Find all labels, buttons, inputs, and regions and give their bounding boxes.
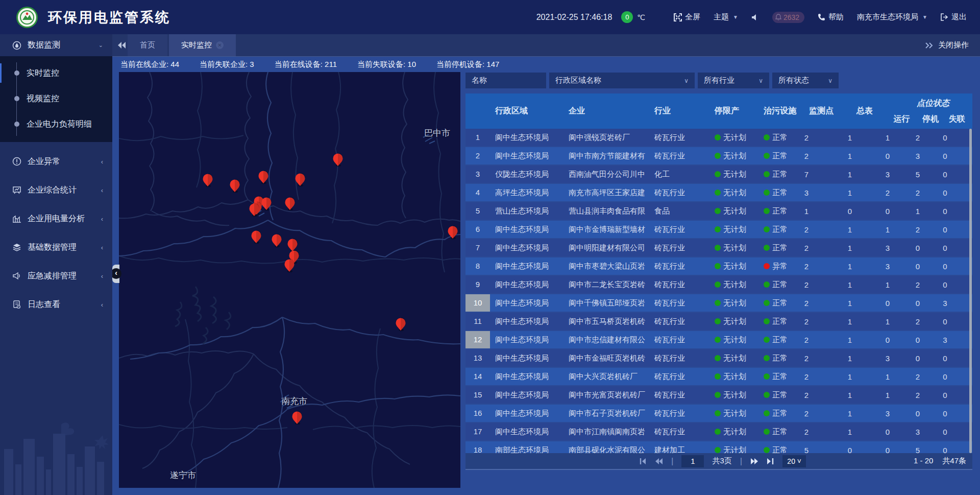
table-row[interactable]: 12阆中生态环境局阆中市忠信建材有限公砖瓦行业无计划正常21003 <box>465 331 972 348</box>
sidebar-item-4[interactable]: 基础数据管理‹ <box>0 233 112 262</box>
map-pin-icon[interactable] <box>250 229 263 244</box>
sidebar-item-6[interactable]: 日志查看‹ <box>0 290 112 319</box>
table-row[interactable]: 14阆中生态环境局阆中大兴页岩机砖厂砖瓦行业无计划正常21120 <box>465 368 972 385</box>
sound-toggle[interactable] <box>751 14 759 21</box>
sidebar-subitem-2[interactable]: 企业电力负荷明细 <box>0 111 112 137</box>
prev-page-button[interactable] <box>655 458 663 465</box>
point-status-group-header: 点位状态 <box>887 98 969 114</box>
sidebar-item-2[interactable]: 企业综合统计‹ <box>0 176 112 204</box>
table-row[interactable]: 7阆中生态环境局阆中明阳建材有限公司砖瓦行业无计划正常21300 <box>465 239 972 256</box>
map-pin-icon[interactable] <box>446 224 459 240</box>
temperature-badge: 0 <box>621 11 633 23</box>
help-button[interactable]: 帮助 <box>818 12 844 22</box>
map-city-label: 遂宁市 <box>170 469 196 481</box>
app-logo-icon <box>16 7 38 28</box>
table-row[interactable]: 16阆中生态环境局阆中市石子页岩机砖厂砖瓦行业无计划正常21300 <box>465 405 972 422</box>
double-right-arrow-icon <box>925 42 933 49</box>
table-row[interactable]: 4高坪生态环境局南充市高坪区王家店建砖瓦行业无计划正常31220 <box>465 184 972 201</box>
map-pin-icon[interactable] <box>257 169 270 184</box>
sidebar-item-1[interactable]: 企业异常‹ <box>0 147 112 176</box>
table-row[interactable]: 1阆中生态环境局阆中强锐页岩砖厂砖瓦行业无计划正常21120 <box>465 129 972 146</box>
app-title: 环保用电监管系统 <box>48 8 170 27</box>
map-pin-icon[interactable] <box>270 232 283 248</box>
fullscreen-button[interactable]: 全屏 <box>674 12 700 22</box>
table-row[interactable]: 13阆中生态环境局阆中市金福旺页岩机砖砖瓦行业无计划正常21300 <box>465 349 972 367</box>
logout-icon <box>941 13 948 21</box>
tab-realtime[interactable]: 实时监控✕ <box>169 34 236 56</box>
message-count-badge[interactable]: 2632 <box>772 12 804 23</box>
table-row[interactable]: 10阆中生态环境局阆中千佛镇五郎垭页岩砖瓦行业无计划正常21003 <box>465 294 972 312</box>
close-operations[interactable]: 关闭操作 <box>925 40 969 50</box>
table-row[interactable]: 17阆中生态环境局阆中市江南镇阆南页岩砖瓦行业无计划正常21030 <box>465 423 972 440</box>
table-body: 1阆中生态环境局阆中强锐页岩砖厂砖瓦行业无计划正常211202阆中生态环境局阆中… <box>465 129 972 453</box>
map-city-label: 巴中市 <box>424 127 450 139</box>
table-row[interactable]: 8阆中生态环境局阆中市枣碧大梁山页岩砖瓦行业无计划异常21300 <box>465 257 972 275</box>
stat-item: 当前失联设备: 10 <box>357 60 416 69</box>
table-row[interactable]: 18南部生态环境局南部县砚化水泥有限公建材加工无计划正常50050 <box>465 441 972 453</box>
pagination-bar: | 1 共3页 | 20 ˅ 1 - 20 共47条 <box>465 453 972 470</box>
tab-close-icon[interactable]: ✕ <box>216 41 224 49</box>
table-row[interactable]: 11阆中生态环境局阆中市五马桥页岩机砖砖瓦行业无计划正常21120 <box>465 313 972 330</box>
sidebar-item-3[interactable]: 企业用电量分析‹ <box>0 204 112 233</box>
table-row[interactable]: 3仪陇生态环境局西南油气田分公司川中化工无计划正常71350 <box>465 166 972 183</box>
total-pages-label: 共3页 <box>712 456 731 466</box>
table-row[interactable]: 5营山生态环境局营山县润丰肉食品有限食品无计划正常10010 <box>465 202 972 220</box>
log-file-icon <box>12 300 21 309</box>
theme-dropdown[interactable]: 主题▼ <box>714 12 738 22</box>
table-row[interactable]: 2阆中生态环境局阆中市南方节能建材有砖瓦行业无计划正常21030 <box>465 147 972 164</box>
last-page-button[interactable] <box>767 458 774 465</box>
tab-home[interactable]: 首页 <box>128 34 167 56</box>
sidebar-item-5[interactable]: 应急减排管理‹ <box>0 262 112 290</box>
skyline-decoration <box>0 418 112 495</box>
logout-button[interactable]: 退出 <box>941 12 967 22</box>
table-row[interactable]: 6阆中生态环境局阆中市金博瑞新型墙材砖瓦行业无计划正常21120 <box>465 221 972 238</box>
map-pin-icon[interactable] <box>293 172 307 187</box>
org-dropdown[interactable]: 南充市生态环境局▼ <box>857 12 927 22</box>
map-pin-icon[interactable] <box>290 410 304 425</box>
top-bar: 环保用电监管系统 2021-02-25 17:46:18 0 ℃ 全屏 主题▼ … <box>0 0 980 34</box>
stats-bar: 当前在线企业: 44当前失联企业: 3当前在线设备: 211当前失联设备: 10… <box>112 56 980 72</box>
table-row[interactable]: 9阆中生态环境局阆中市二龙长宝页岩砖砖瓦行业无计划正常21120 <box>465 276 972 293</box>
megaphone-icon <box>12 271 21 280</box>
map-pin-icon[interactable] <box>248 202 261 217</box>
stat-item: 当前在线企业: 44 <box>120 60 179 69</box>
map-pin-icon[interactable] <box>283 257 296 273</box>
total-count-label: 共47条 <box>942 456 966 466</box>
filter-bar: 名称 行政区域名称∨ 所有行业∨ 所有状态∨ <box>465 73 839 88</box>
table-scrollbar[interactable] <box>969 129 972 453</box>
tabs-scroll-left-button[interactable] <box>112 42 128 49</box>
next-page-button[interactable] <box>750 458 758 465</box>
bar-chart-icon <box>12 214 21 223</box>
map-panel[interactable]: 巴中市南充市遂宁市 ‹ <box>119 72 460 488</box>
company-table: 行政区域 企业 行业 停限产 治污设施 监测点 总表 点位状态 运行 停机 失联… <box>465 93 972 453</box>
map-pin-icon[interactable] <box>331 152 345 167</box>
table-row[interactable]: 15阆中生态环境局阆中市光富页岩机砖厂砖瓦行业无计划正常21120 <box>465 386 972 404</box>
status-filter-select[interactable]: 所有状态∨ <box>772 73 839 88</box>
sidebar-item-0[interactable]: 数据监测⌄ <box>0 34 112 56</box>
temperature-unit: ℃ <box>637 13 645 21</box>
stat-item: 当前在线设备: 211 <box>275 60 337 69</box>
phone-icon <box>818 13 825 21</box>
map-pin-icon[interactable] <box>228 178 241 193</box>
region-filter-select[interactable]: 行政区域名称∨ <box>549 73 695 88</box>
map-city-label: 南充市 <box>281 395 307 407</box>
screen-stats-icon <box>12 185 21 195</box>
sidebar: 数据监测⌄实时监控视频监控企业电力负荷明细企业异常‹企业综合统计‹企业用电量分析… <box>0 34 112 495</box>
first-page-button[interactable] <box>639 458 647 465</box>
map-pin-icon[interactable] <box>201 172 214 187</box>
sidebar-subitem-1[interactable]: 视频监控 <box>0 86 112 111</box>
page-number-input[interactable]: 1 <box>681 455 704 467</box>
alert-circle-icon <box>12 157 21 166</box>
map-collapse-handle[interactable]: ‹ <box>112 265 119 283</box>
name-filter-input[interactable]: 名称 <box>465 73 546 88</box>
sidebar-subitem-0[interactable]: 实时监控 <box>0 60 112 86</box>
map-pin-icon[interactable] <box>283 196 297 211</box>
stat-item: 当前失联企业: 3 <box>200 60 254 69</box>
map-roads <box>119 72 460 488</box>
fullscreen-icon <box>674 13 682 21</box>
page-size-select[interactable]: 20 ˅ <box>782 455 806 467</box>
layers-icon <box>12 243 21 252</box>
industry-filter-select[interactable]: 所有行业∨ <box>698 73 769 88</box>
monitor-drop-icon <box>12 41 21 50</box>
map-pin-icon[interactable] <box>394 316 407 332</box>
